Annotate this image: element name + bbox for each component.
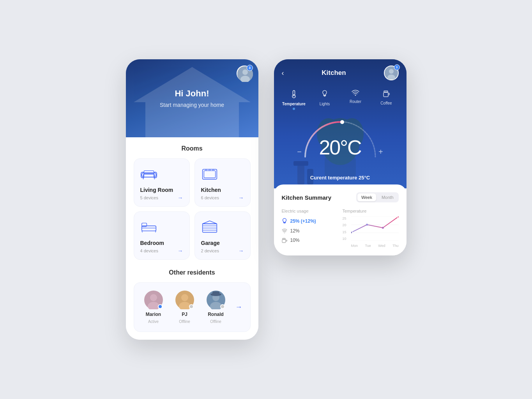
phone-right: ‹ Kitchen 3 — [274, 59, 407, 255]
rooms-grid: Living Room 5 devices → — [134, 158, 251, 260]
summary-title: Kitchen Summary — [282, 194, 332, 201]
svg-rect-55 — [384, 91, 388, 92]
temp-value: 20°C — [319, 136, 361, 159]
resident-avatar-pj — [175, 291, 194, 309]
svg-rect-13 — [204, 171, 215, 178]
tab-coffee-label: Coffee — [380, 101, 392, 105]
tab-temperature-label: Temperature — [282, 102, 306, 106]
resident-name-marion: Marion — [146, 312, 161, 317]
hero-avatar-badge: 3 — [247, 65, 253, 71]
chart-dot-thu — [397, 216, 399, 218]
resident-dot-pj — [189, 304, 194, 309]
phone-left: Hi John! Start managing your home 3 Room… — [126, 59, 258, 340]
resident-pj: PJ Offline — [173, 291, 196, 324]
chart-x-wed: Wed — [378, 244, 385, 248]
room-name-garage: Garage — [201, 240, 244, 246]
bed-icon — [140, 220, 183, 235]
summary-content: Electric usage 25% (+12%) — [282, 209, 399, 248]
chart-svg — [351, 216, 399, 241]
tab-lights[interactable]: Lights — [309, 87, 340, 110]
kitchen-hero: ‹ Kitchen 3 — [274, 59, 407, 188]
room-name-living: Living Room — [140, 187, 183, 193]
svg-point-31 — [181, 294, 188, 301]
room-card-garage[interactable]: Garage 2 devices → — [194, 211, 251, 260]
chart-x-thu: Thu — [392, 244, 399, 248]
residents-arrow[interactable]: → — [235, 303, 242, 311]
tab-coffee[interactable]: Coffee — [371, 87, 402, 110]
svg-rect-61 — [283, 238, 285, 239]
room-arrow-living[interactable]: → — [178, 195, 183, 201]
svg-point-53 — [355, 95, 356, 96]
electric-usage: Electric usage 25% (+12%) — [282, 209, 338, 248]
summary-tab-month[interactable]: Month — [378, 193, 398, 201]
resident-status-marion: Active — [148, 319, 159, 324]
current-temp-label: Curent temperature — [310, 175, 359, 181]
tab-lights-label: Lights — [320, 102, 330, 106]
hero-greeting: Hi John! — [160, 89, 224, 99]
svg-rect-54 — [384, 92, 388, 97]
resident-dot-ronald — [220, 304, 225, 309]
svg-rect-48 — [293, 90, 295, 95]
back-button[interactable]: ‹ — [282, 69, 284, 77]
usage-value-wifi: 12% — [290, 228, 300, 234]
hero-section: Hi John! Start managing your home 3 — [126, 59, 258, 137]
sofa-icon — [140, 167, 183, 182]
room-card-living-room[interactable]: Living Room 5 devices → — [134, 158, 190, 207]
room-arrow-kitchen[interactable]: → — [239, 195, 244, 201]
kitchen-header: ‹ Kitchen 3 — [274, 59, 407, 83]
hero-content: Hi John! Start managing your home — [160, 89, 224, 108]
chart-y-10: 10 — [343, 237, 346, 241]
garage-icon — [201, 220, 244, 235]
room-footer-bedroom: 4 devices → — [140, 248, 183, 254]
svg-rect-57 — [283, 222, 285, 223]
temp-plus-btn[interactable]: + — [378, 147, 383, 156]
electric-usage-label: Electric usage — [282, 209, 338, 213]
kitchen-summary: Kitchen Summary Week Month Electric usag… — [274, 184, 407, 255]
thermometer-icon — [291, 90, 297, 100]
chart-y-20: 20 — [343, 223, 346, 227]
temp-section: − 20°C + — [274, 110, 407, 172]
kitchen-avatar-wrap: 3 — [384, 66, 399, 80]
hero-subtitle: Start managing your home — [160, 102, 224, 108]
svg-point-46 — [389, 69, 394, 74]
resident-avatar-ronald — [207, 291, 225, 309]
chart-area: 25 20 15 10 — [343, 216, 399, 248]
svg-point-67 — [382, 227, 384, 229]
summary-header: Kitchen Summary Week Month — [282, 192, 399, 202]
room-devices-kitchen: 6 devices — [201, 195, 219, 200]
room-card-kitchen[interactable]: Kitchen 6 devices → — [194, 158, 251, 207]
summary-tab-week[interactable]: Week — [357, 193, 376, 201]
room-card-bedroom[interactable]: Bedroom 4 devices → — [134, 211, 190, 260]
kitchen-title: Kitchen — [322, 69, 346, 77]
svg-point-15 — [209, 169, 210, 171]
screens-container: Hi John! Start managing your home 3 Room… — [126, 59, 407, 340]
resident-avatar-marion — [144, 291, 163, 309]
room-arrow-garage[interactable]: → — [239, 248, 244, 254]
svg-point-16 — [212, 169, 214, 171]
usage-item-wifi: 12% — [282, 228, 338, 234]
residents-card: Marion Active PJ Offline — [134, 282, 251, 332]
tab-router[interactable]: Router — [340, 87, 371, 110]
svg-rect-51 — [324, 95, 326, 96]
coffee-icon — [383, 90, 390, 99]
svg-marker-23 — [202, 221, 217, 223]
room-arrow-bedroom[interactable]: → — [178, 248, 183, 254]
room-name-kitchen: Kitchen — [201, 187, 244, 193]
temp-gauge: − 20°C + — [297, 114, 383, 161]
tab-temperature[interactable]: Temperature — [279, 87, 309, 110]
kitchen-tabs: Temperature Lights — [274, 83, 407, 110]
svg-rect-6 — [143, 174, 154, 177]
chart-y-25: 25 — [343, 216, 346, 220]
chart-x-tue: Tue — [365, 244, 371, 248]
svg-point-56 — [340, 120, 344, 124]
chart-dot-mon — [351, 231, 352, 234]
chart-temp-label: Temperature — [343, 209, 399, 213]
kitchen-avatar-badge: 3 — [394, 64, 400, 70]
usage-item-coffee: 10% — [282, 238, 338, 243]
svg-rect-60 — [282, 239, 286, 243]
wifi-icon — [352, 90, 359, 98]
room-footer-living: 5 devices → — [140, 195, 183, 201]
current-temp-value: 25°C — [359, 175, 370, 181]
svg-point-28 — [150, 294, 157, 301]
temp-minus-btn[interactable]: − — [297, 147, 302, 156]
